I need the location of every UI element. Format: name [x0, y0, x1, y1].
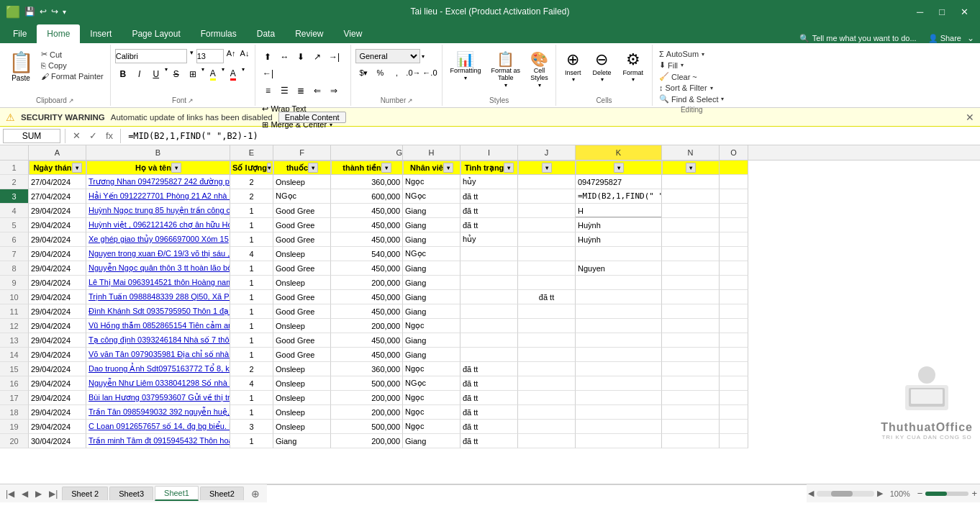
cell-13-k[interactable]: [576, 333, 662, 348]
font-size-up-icon[interactable]: A↑: [225, 49, 237, 63]
filter-g-button[interactable]: ▾: [381, 163, 391, 173]
cell-1-o[interactable]: [720, 160, 748, 175]
tab-view[interactable]: View: [334, 24, 373, 43]
cell-13-i[interactable]: [460, 333, 518, 348]
cell-4-e[interactable]: 1: [230, 204, 273, 218]
cell-11-o[interactable]: [720, 304, 748, 319]
cell-14-a[interactable]: 29/04/2024: [29, 348, 86, 362]
cell-14-f[interactable]: Good Gree: [273, 348, 331, 362]
cell-15-o[interactable]: [720, 362, 748, 376]
cell-6-g[interactable]: 450,000: [331, 232, 403, 247]
cell-20-a[interactable]: 30/04/2024: [29, 434, 86, 448]
cell-13-a[interactable]: 29/04/2024: [29, 333, 86, 348]
bold-button[interactable]: B: [115, 66, 131, 82]
cell-6-i[interactable]: hủy: [460, 232, 518, 247]
strikethrough-button[interactable]: S: [168, 66, 184, 82]
cell-4-h[interactable]: Giang: [403, 204, 460, 218]
undo-icon[interactable]: ↩: [40, 6, 47, 17]
cell-13-b[interactable]: Tạ công định 0393246184 Nhà số 7 thôn: [86, 333, 230, 348]
cell-17-b[interactable]: Bùi lan Hương 0379593607 Gửi về thị trấ: [86, 391, 230, 405]
cell-5-h[interactable]: Giang: [403, 218, 460, 232]
rotate-text-button[interactable]: ↗: [309, 49, 325, 65]
cell-8-g[interactable]: 450,000: [331, 261, 403, 276]
border-button[interactable]: ⊞: [185, 66, 201, 82]
formula-fx-button[interactable]: fx: [103, 130, 116, 141]
cell-11-g[interactable]: 450,000: [331, 304, 403, 319]
cell-19-n[interactable]: [662, 420, 720, 434]
cell-8-a[interactable]: 29/04/2024: [29, 261, 86, 276]
cell-15-h[interactable]: Ngọc: [403, 362, 460, 376]
cell-9-b[interactable]: Lê Thị Mai 0963914521 thôn Hoàng nam: [86, 276, 230, 290]
cell-2-o[interactable]: [720, 175, 748, 189]
cell-2-j[interactable]: [518, 175, 576, 189]
cell-4-j[interactable]: [518, 204, 576, 218]
sheet-tab-sheet1[interactable]: Sheet1: [155, 486, 199, 501]
cell-12-o[interactable]: [720, 319, 748, 333]
cell-6-o[interactable]: [720, 232, 748, 247]
hscroll-right[interactable]: ▶: [877, 489, 883, 498]
cell-7-n[interactable]: [662, 247, 720, 261]
tell-me-input[interactable]: 🔍 Tell me what you want to do...: [799, 34, 917, 43]
cell-19-j[interactable]: [518, 420, 576, 434]
cell-18-g[interactable]: 200,000: [331, 405, 403, 420]
fill-button[interactable]: ⬇ Fill ▾: [657, 60, 686, 71]
sort-filter-button[interactable]: ↕ Sort & Filter ▾: [657, 83, 715, 93]
cell-3-n[interactable]: [662, 189, 720, 204]
hscroll-left[interactable]: ◀: [808, 489, 814, 498]
cell-13-e[interactable]: 1: [230, 333, 273, 348]
cell-9-k[interactable]: [576, 276, 662, 290]
cell-styles-button[interactable]: 🎨 CellStyles ▾: [527, 49, 551, 90]
cell-19-e[interactable]: 3: [230, 420, 273, 434]
cell-17-f[interactable]: Onsleep: [273, 391, 331, 405]
cell-12-e[interactable]: 1: [230, 319, 273, 333]
cell-7-h[interactable]: NGọc: [403, 247, 460, 261]
italic-button[interactable]: I: [132, 66, 148, 82]
cell-9-e[interactable]: 1: [230, 276, 273, 290]
cell-5-o[interactable]: [720, 218, 748, 232]
cell-19-k[interactable]: [576, 420, 662, 434]
number-format-select[interactable]: General Number Currency: [355, 49, 420, 63]
cell-7-a[interactable]: 29/04/2024: [29, 247, 86, 261]
find-select-arrow[interactable]: ▾: [721, 96, 724, 102]
font-expand-icon[interactable]: ↗: [188, 97, 194, 104]
cell-20-e[interactable]: 1: [230, 434, 273, 448]
cell-8-n[interactable]: [662, 261, 720, 276]
indent-decrease-button[interactable]: ←|: [260, 65, 276, 81]
cell-5-j[interactable]: [518, 218, 576, 232]
cell-2-k[interactable]: 0947295827: [576, 175, 662, 189]
cell-3-j[interactable]: [518, 189, 576, 204]
cell-5-n[interactable]: [662, 218, 720, 232]
tab-nav-prev[interactable]: ◀: [19, 487, 31, 500]
cell-9-f[interactable]: Onsleep: [273, 276, 331, 290]
cell-16-k[interactable]: [576, 376, 662, 391]
cell-18-h[interactable]: Ngọc: [403, 405, 460, 420]
minimize-button[interactable]: ─: [911, 5, 929, 19]
share-button[interactable]: 👤 Share: [928, 34, 961, 43]
cell-15-f[interactable]: Onsleep: [273, 362, 331, 376]
tab-nav-last[interactable]: ▶|: [46, 487, 60, 500]
align-center-button[interactable]: ☰: [276, 83, 292, 99]
cell-20-f[interactable]: Giang: [273, 434, 331, 448]
cell-1-f[interactable]: thuốc ▾: [273, 160, 331, 175]
cell-10-k[interactable]: [576, 290, 662, 304]
clipboard-expand-icon[interactable]: ↗: [68, 97, 74, 104]
cell-1-a[interactable]: Ngày thán ▾: [29, 160, 86, 175]
cell-7-o[interactable]: [720, 247, 748, 261]
formula-input[interactable]: =MID(B2,1,FIND(" ",B2)-1): [125, 129, 977, 143]
fill-arrow[interactable]: ▾: [681, 62, 684, 68]
cell-3-g[interactable]: 600,000: [331, 189, 403, 204]
ribbon-collapse-icon[interactable]: ⌄: [967, 33, 974, 43]
cell-5-g[interactable]: 450,000: [331, 218, 403, 232]
cell-11-h[interactable]: Giang: [403, 304, 460, 319]
cell-17-e[interactable]: 1: [230, 391, 273, 405]
cell-20-n[interactable]: [662, 434, 720, 448]
col-header-i[interactable]: I: [460, 145, 518, 160]
font-size-input[interactable]: [196, 49, 224, 63]
cell-5-e[interactable]: 1: [230, 218, 273, 232]
paste-button[interactable]: 📋 Paste: [4, 49, 37, 83]
filter-b-button[interactable]: ▾: [171, 163, 181, 173]
cell-9-h[interactable]: Giang: [403, 276, 460, 290]
cell-9-i[interactable]: [460, 276, 518, 290]
ltr-button[interactable]: ⇒: [326, 83, 342, 99]
col-header-j[interactable]: J: [518, 145, 576, 160]
